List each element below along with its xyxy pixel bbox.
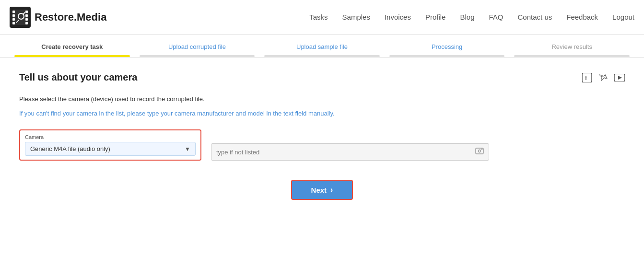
type-not-listed-input[interactable] xyxy=(216,149,475,156)
form-area: Camera Generic M4A file (audio only) ▼ xyxy=(19,129,625,161)
step-upload-sample[interactable]: Upload sample file xyxy=(259,35,385,57)
nav-faq[interactable]: FAQ xyxy=(489,13,503,21)
step-review[interactable]: Review results xyxy=(509,35,634,57)
step-create[interactable]: Create recovery task xyxy=(10,35,135,57)
svg-rect-2 xyxy=(12,11,15,13)
youtube-icon[interactable] xyxy=(614,72,625,83)
logo[interactable]: Restore.Media xyxy=(10,7,106,28)
svg-text:f: f xyxy=(585,75,587,81)
dropdown-arrow-icon: ▼ xyxy=(185,146,190,152)
camera-field: Camera Generic M4A file (audio only) ▼ xyxy=(19,129,201,161)
next-chevron-icon: › xyxy=(330,186,333,194)
step-upload-corrupted-underline xyxy=(140,55,255,57)
step-review-label: Review results xyxy=(551,43,592,50)
step-upload-sample-label: Upload sample file xyxy=(296,43,348,50)
camera-manual-icon xyxy=(475,148,484,157)
header: Restore.Media Tasks Samples Invoices Pro… xyxy=(0,0,644,35)
svg-rect-6 xyxy=(25,11,28,13)
svg-point-17 xyxy=(481,148,483,150)
section-title: Tell us about your camera xyxy=(19,72,137,83)
logo-text: Restore.Media xyxy=(35,11,106,23)
svg-rect-11 xyxy=(582,73,592,82)
twitter-icon[interactable] xyxy=(598,72,609,83)
camera-field-label: Camera xyxy=(25,134,196,140)
info-line1: Please select the camera (device) used t… xyxy=(19,94,625,104)
next-button[interactable]: Next › xyxy=(291,180,353,200)
info-line2: If you can't find your camera in the lis… xyxy=(19,109,625,118)
camera-select-value: Generic M4A file (audio only) xyxy=(30,145,110,152)
next-button-wrapper: Next › xyxy=(19,180,625,200)
main-content: Tell us about your camera f Please xyxy=(0,58,644,214)
svg-rect-7 xyxy=(25,14,28,17)
main-nav: Tasks Samples Invoices Profile Blog FAQ … xyxy=(309,13,634,21)
svg-point-16 xyxy=(479,150,481,152)
next-button-label: Next xyxy=(311,186,327,194)
nav-contact[interactable]: Contact us xyxy=(518,13,552,21)
nav-logout[interactable]: Logout xyxy=(612,13,634,21)
step-create-label: Create recovery task xyxy=(41,43,103,50)
svg-rect-5 xyxy=(12,22,15,24)
nav-profile[interactable]: Profile xyxy=(425,13,446,21)
svg-rect-4 xyxy=(12,18,15,21)
step-upload-corrupted-label: Upload corrupted file xyxy=(168,43,226,50)
steps-bar: Create recovery task Upload corrupted fi… xyxy=(0,35,644,58)
svg-rect-9 xyxy=(25,22,28,24)
camera-select[interactable]: Generic M4A file (audio only) ▼ xyxy=(25,142,196,156)
logo-icon xyxy=(10,7,31,28)
nav-blog[interactable]: Blog xyxy=(460,13,474,21)
step-processing[interactable]: Processing xyxy=(385,35,510,57)
nav-feedback[interactable]: Feedback xyxy=(566,13,598,21)
social-icons: f xyxy=(582,72,625,83)
step-processing-underline xyxy=(389,55,505,57)
svg-rect-3 xyxy=(12,14,15,17)
nav-tasks[interactable]: Tasks xyxy=(309,13,328,21)
step-upload-corrupted[interactable]: Upload corrupted file xyxy=(135,35,260,57)
step-upload-sample-underline xyxy=(264,55,380,57)
step-create-underline xyxy=(14,55,130,57)
step-processing-label: Processing xyxy=(432,43,462,50)
step-review-underline xyxy=(514,55,630,57)
section-header: Tell us about your camera f xyxy=(19,72,625,83)
nav-samples[interactable]: Samples xyxy=(342,13,370,21)
facebook-icon[interactable]: f xyxy=(582,72,592,83)
type-not-listed-field xyxy=(211,143,489,161)
svg-rect-8 xyxy=(25,18,28,21)
nav-invoices[interactable]: Invoices xyxy=(385,13,411,21)
svg-marker-14 xyxy=(618,76,622,80)
